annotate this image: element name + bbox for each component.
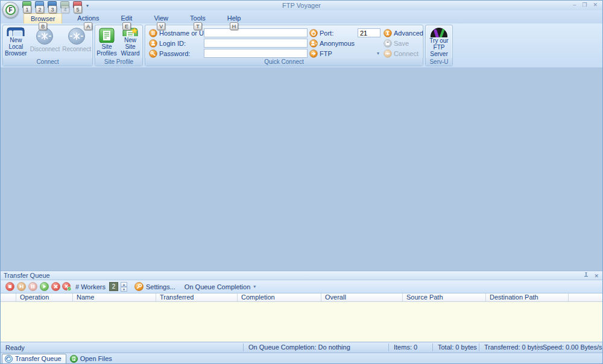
disconnect-button: Disconnect xyxy=(29,27,61,57)
status-speed: Speed: 0.00 Bytes/s xyxy=(537,344,602,351)
status-total: Total: 0 bytes xyxy=(432,344,479,351)
anonymous-option[interactable]: ? Anonymous xyxy=(309,39,355,48)
port-input[interactable] xyxy=(358,28,380,37)
site-profile-group-label: Site Profile xyxy=(95,58,142,66)
keytip-5: 5 xyxy=(74,5,82,13)
workers-spinner[interactable]: ▲▼ xyxy=(121,282,127,292)
status-items: Items: 0 xyxy=(388,344,432,351)
qat-button-2[interactable]: 2 xyxy=(35,1,45,10)
keytip-tools: T xyxy=(194,22,202,30)
ribbon: New Local Browser Disconnect xyxy=(1,24,602,68)
new-site-wizard-button[interactable]: New Site Wizard xyxy=(118,27,142,57)
tab-tools[interactable]: Tools T xyxy=(183,13,212,24)
column-header-operation[interactable]: Operation xyxy=(16,293,73,301)
column-header-source-path[interactable]: Source Path xyxy=(403,293,486,301)
keytip-actions: A xyxy=(84,22,92,30)
column-header-transferred[interactable]: Transferred xyxy=(156,293,238,301)
qat-overflow-button[interactable]: ▾ xyxy=(86,3,89,8)
column-header-overall[interactable]: Overall xyxy=(321,293,403,301)
servu-group-label: Serv-U xyxy=(426,58,452,66)
servu-logo-icon xyxy=(429,27,449,37)
qat-button-1[interactable]: 1 xyxy=(22,1,33,10)
keytip-1: 1 xyxy=(23,5,31,13)
transfer-queue-panel-title: Transfer Queue xyxy=(4,272,50,279)
skip-item-button[interactable] xyxy=(16,282,26,292)
keytip-3: 3 xyxy=(48,5,57,13)
login-label: Login ID: xyxy=(149,39,186,48)
tab-transfer-queue[interactable]: Transfer Queue xyxy=(2,354,66,364)
minimize-button[interactable]: – xyxy=(573,2,576,8)
column-header-completion[interactable]: Completion xyxy=(238,293,321,301)
pause-queue-button[interactable] xyxy=(28,282,37,292)
qat-button-4: 4 xyxy=(60,1,71,10)
computer-monitor-icon xyxy=(7,27,25,36)
settings-button-icon[interactable] xyxy=(134,282,144,292)
keytip-browser: B xyxy=(39,22,47,30)
column-header-destination-path[interactable]: Destination Path xyxy=(486,293,569,301)
keytip-help: H xyxy=(230,22,238,30)
transfer-queue-panel-titlebar: Transfer Queue ✕ xyxy=(1,271,602,280)
group-connect: New Local Browser Disconnect xyxy=(2,25,93,66)
title-bar: FTP Voyager – ❐ ✕ xyxy=(1,1,602,10)
protocol-dropdown-arrow[interactable]: ▾ xyxy=(377,51,379,56)
spinner-down-icon[interactable]: ▼ xyxy=(121,287,127,292)
login-user-icon xyxy=(149,39,157,48)
qat-button-5[interactable]: 5 xyxy=(73,1,83,10)
group-quick-connect: Hostname or URL: Port: Advanced xyxy=(145,25,423,66)
protocol-dropdown[interactable]: FTP xyxy=(309,49,332,58)
password-label: Password: xyxy=(149,49,190,58)
transfer-queue-tab-icon xyxy=(5,355,13,363)
tab-browser[interactable]: Browser B xyxy=(24,13,62,24)
reconnect-button: Reconnect xyxy=(61,27,92,57)
workers-label: # Workers xyxy=(75,283,106,290)
connect-button: Connect xyxy=(384,49,418,58)
connect-icon xyxy=(384,49,392,58)
advanced-button[interactable]: Advanced xyxy=(384,28,423,37)
group-servu: Try our FTP Server Serv-U xyxy=(425,25,453,66)
window-title: FTP Voyager xyxy=(1,2,602,9)
qat-button-3[interactable]: 3 xyxy=(48,1,58,10)
column-header-name[interactable]: Name xyxy=(73,293,156,301)
remove-completed-button[interactable] xyxy=(62,282,72,292)
panel-close-icon[interactable]: ✕ xyxy=(594,272,599,280)
site-profiles-button[interactable]: Site Profiles xyxy=(95,27,118,57)
tab-edit[interactable]: Edit E xyxy=(114,13,139,24)
tab-open-files[interactable]: Open Files xyxy=(68,354,116,364)
restore-button[interactable]: ❐ xyxy=(582,2,587,8)
save-icon xyxy=(384,39,392,48)
quick-access-toolbar: 1 2 3 4 5 xyxy=(22,1,83,10)
tab-help[interactable]: Help H xyxy=(221,13,248,24)
password-input[interactable] xyxy=(204,49,308,58)
spinner-up-icon[interactable]: ▲ xyxy=(121,282,127,287)
keytip-4: 4 xyxy=(61,5,69,13)
tab-view[interactable]: View V xyxy=(147,13,175,24)
column-header-icon[interactable] xyxy=(1,293,16,301)
close-button[interactable]: ✕ xyxy=(593,2,598,8)
hostname-input[interactable] xyxy=(204,28,308,37)
app-logo-icon: F xyxy=(5,5,16,15)
on-queue-completion-dropdown[interactable]: On Queue Completion ▾ xyxy=(185,283,256,290)
application-menu-button[interactable]: F xyxy=(2,2,19,18)
keytip-view: V xyxy=(157,22,165,30)
anonymous-icon: ? xyxy=(309,39,318,48)
login-input[interactable] xyxy=(204,39,308,48)
transfer-queue-toolbar: # Workers 2 ▲▼ Settings... On Queue Comp… xyxy=(1,280,602,293)
start-queue-button[interactable] xyxy=(39,282,49,292)
advanced-icon xyxy=(384,29,392,37)
tab-actions[interactable]: Actions A xyxy=(71,13,106,24)
settings-button[interactable]: Settings... xyxy=(146,283,175,290)
pin-icon[interactable] xyxy=(583,272,589,278)
new-local-browser-button[interactable]: New Local Browser xyxy=(3,27,29,57)
transfer-queue-list[interactable] xyxy=(1,302,602,342)
workers-count-input[interactable]: 2 xyxy=(109,282,118,291)
stop-queue-button[interactable] xyxy=(5,282,14,292)
quick-connect-group-label: Quick Connect xyxy=(145,58,423,66)
hostname-icon xyxy=(149,29,157,37)
status-bar: Ready On Queue Completion: Do nothing It… xyxy=(1,342,602,353)
ftp-voyager-window: FTP Voyager – ❐ ✕ F 1 2 3 4 5 xyxy=(0,0,603,364)
connect-group-label: Connect xyxy=(3,58,92,66)
remove-item-button[interactable] xyxy=(51,282,60,292)
column-header-filler xyxy=(569,293,602,301)
try-ftp-server-button[interactable]: Try our FTP Server xyxy=(426,27,452,57)
svg-text:?: ? xyxy=(315,42,317,45)
